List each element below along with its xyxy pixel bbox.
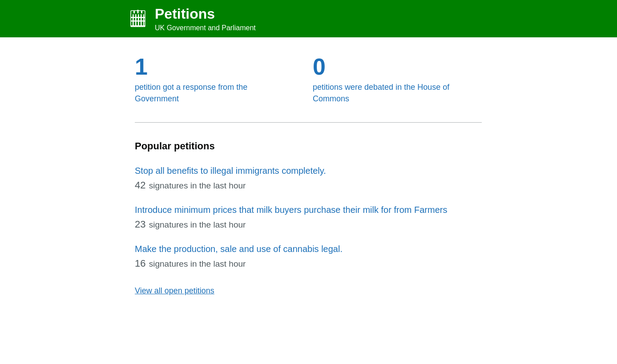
petition-count-1: 42	[135, 180, 145, 191]
site-subtitle: UK Government and Parliament	[155, 24, 256, 32]
petition-item-3: Make the production, sale and use of can…	[135, 243, 489, 269]
petition-list: Stop all benefits to illegal immigrants …	[135, 164, 489, 282]
view-all-link[interactable]: View all open petitions	[135, 286, 214, 296]
svg-rect-3	[141, 11, 142, 13]
stat-debated: 0 petitions were debated in the House of…	[313, 55, 455, 104]
svg-rect-1	[133, 11, 135, 13]
stat-government-response: 1 petition got a response from the Gover…	[135, 55, 277, 104]
header-text: Petitions UK Government and Parliament	[155, 5, 256, 32]
svg-rect-5	[135, 14, 137, 26]
petition-link-3[interactable]: Make the production, sale and use of can…	[135, 243, 489, 255]
main-content: 1 petition got a response from the Gover…	[0, 37, 489, 313]
svg-rect-4	[133, 14, 134, 26]
petition-signatures-2: 23 signatures in the last hour	[135, 219, 489, 230]
petition-item-1: Stop all benefits to illegal immigrants …	[135, 164, 489, 191]
section-divider	[135, 122, 482, 123]
popular-petitions-section: Popular petitions Stop all benefits to i…	[135, 140, 489, 296]
petition-count-label-1: signatures in the last hour	[149, 181, 246, 190]
stat-government-response-label: petition got a response from the Governm…	[135, 82, 277, 104]
popular-petitions-title: Popular petitions	[135, 140, 489, 152]
petition-count-3: 16	[135, 258, 145, 269]
stat-government-response-number: 1	[135, 55, 277, 78]
svg-rect-6	[138, 14, 139, 26]
petition-link-2[interactable]: Introduce minimum prices that milk buyer…	[135, 204, 489, 216]
svg-rect-8	[143, 14, 144, 26]
stats-section: 1 petition got a response from the Gover…	[135, 55, 489, 104]
petition-signatures-3: 16 signatures in the last hour	[135, 258, 489, 269]
petition-signatures-1: 42 signatures in the last hour	[135, 180, 489, 191]
petition-link-1[interactable]: Stop all benefits to illegal immigrants …	[135, 164, 489, 177]
svg-rect-2	[137, 10, 139, 13]
petition-count-2: 23	[135, 219, 145, 230]
stat-debated-number: 0	[313, 55, 455, 78]
svg-rect-10	[131, 20, 145, 22]
svg-rect-7	[141, 14, 142, 26]
svg-rect-11	[131, 25, 145, 27]
stat-debated-label: petitions were debated in the House of C…	[313, 82, 455, 104]
parliament-icon	[129, 10, 147, 28]
site-title: Petitions	[155, 5, 256, 22]
svg-rect-9	[131, 17, 145, 18]
petition-count-label-3: signatures in the last hour	[149, 259, 246, 268]
petition-count-label-2: signatures in the last hour	[149, 220, 246, 229]
petition-item-2: Introduce minimum prices that milk buyer…	[135, 204, 489, 230]
site-header: Petitions UK Government and Parliament	[0, 0, 617, 37]
